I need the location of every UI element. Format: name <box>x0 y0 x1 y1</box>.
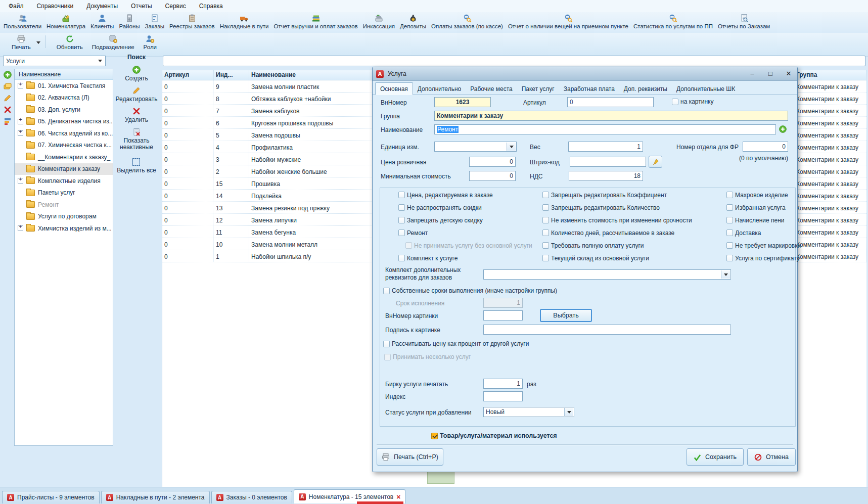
option-checkbox[interactable]: Избранная услуга <box>726 201 801 214</box>
chevron-down-icon[interactable] <box>96 57 104 65</box>
tree-item[interactable]: Химчистка изделий из м... <box>15 222 113 235</box>
tree-item[interactable]: Пакеты услуг <box>15 187 113 199</box>
create-button[interactable]: Создать <box>125 66 148 82</box>
option-checkbox[interactable]: Не изменять стоимость при изменении сроч… <box>542 214 692 226</box>
toolbar-button[interactable]: Пользователи <box>1 13 44 30</box>
menu-item[interactable]: Справочники <box>30 3 80 10</box>
barcode-generate-button[interactable] <box>649 156 662 168</box>
column-header-article[interactable]: Артикул <box>162 70 214 80</box>
print-button[interactable]: Печать (Ctrl+P) <box>377 448 443 466</box>
toolbar-button[interactable]: Реестры заказов <box>167 13 217 30</box>
option-checkbox[interactable]: Начисление пени <box>726 214 801 226</box>
toolbar-button[interactable]: Номенклатура <box>44 13 88 30</box>
dialog-tab[interactable]: Пакет услуг <box>517 83 559 95</box>
option-checkbox[interactable]: Не распространять скидки <box>398 201 532 214</box>
menu-item[interactable]: Сервис <box>159 3 193 10</box>
add-name-icon[interactable] <box>779 125 787 133</box>
tag-print-field[interactable]: 1 <box>483 379 523 389</box>
picture-number-field[interactable] <box>483 310 523 320</box>
show-inactive-button[interactable]: Показать неактивные <box>118 128 155 151</box>
tree-item[interactable]: Ремонт <box>15 199 113 211</box>
option-checkbox[interactable]: Комплект к услуге <box>398 252 532 264</box>
tree-item[interactable]: 01. Химчистка Текстиля <box>15 80 113 92</box>
toolbar-button[interactable]: Клиенты <box>88 13 116 30</box>
percent-price-checkbox[interactable]: Рассчитывать цену как процент от другой … <box>383 340 529 347</box>
option-checkbox[interactable]: Махровое изделие <box>726 189 801 201</box>
dialog-tab[interactable]: Заработная плата <box>559 83 619 95</box>
used-checkbox[interactable]: Товар/услуга/материал используется <box>431 432 557 439</box>
option-checkbox[interactable]: Ремонт <box>398 226 532 239</box>
name-field[interactable]: Ремонт <box>434 124 776 134</box>
picture-caption-field[interactable] <box>483 325 731 335</box>
chevron-down-icon[interactable] <box>721 270 730 279</box>
kit-select[interactable] <box>483 269 731 280</box>
toolbar-button[interactable]: Подразделение <box>87 34 139 50</box>
menu-item[interactable]: Файл <box>2 3 30 10</box>
edit-icon[interactable] <box>4 94 12 102</box>
tree-item[interactable]: Комментарии к заказу <box>15 163 113 175</box>
document-tab[interactable]: Прайс-листы - 9 элементов × <box>2 491 100 503</box>
expand-icon[interactable] <box>18 130 23 136</box>
index-field[interactable] <box>483 391 523 401</box>
article-field[interactable]: 0 <box>567 97 654 107</box>
own-terms-checkbox[interactable]: Собственные сроки выполнения (иначе наст… <box>383 287 557 294</box>
cancel-button[interactable]: Отмена <box>747 448 796 466</box>
toolbar-button[interactable]: Печать <box>7 34 35 50</box>
close-tab-icon[interactable]: × <box>396 494 400 500</box>
maximize-button[interactable]: □ <box>765 69 776 78</box>
fr-department-field[interactable]: 0 <box>743 142 788 152</box>
toolbar-button[interactable]: Роли <box>139 34 161 50</box>
document-tab[interactable]: Накладные в пути - 2 элемента × <box>101 491 210 503</box>
tree-item[interactable]: Комплектные изделия <box>15 175 113 187</box>
toolbar-button[interactable]: Отчет о наличии вещей на приемном пункте <box>506 13 631 30</box>
toolbar-button[interactable]: Районы <box>116 13 142 30</box>
option-checkbox[interactable]: Количество дней, рассчитываемое в заказе <box>542 226 692 239</box>
sort-icon[interactable] <box>4 117 12 125</box>
toolbar-button[interactable]: Депозиты <box>397 13 429 30</box>
vat-field[interactable]: 18 <box>569 171 643 181</box>
dialog-titlebar[interactable]: Услуга <box>373 67 797 81</box>
toolbar-button[interactable]: Отчет выручки и оплат заказов <box>271 13 360 30</box>
tree-item[interactable]: 02. Аквачистка (Л) <box>15 92 113 104</box>
barcode-field[interactable] <box>570 157 646 167</box>
expand-icon[interactable] <box>18 178 23 184</box>
toolbar-button[interactable]: Заказы <box>143 13 167 30</box>
save-button[interactable]: Сохранить <box>687 448 744 466</box>
dialog-tab[interactable]: Дополнительно <box>413 83 466 95</box>
menu-item[interactable]: Документы <box>80 3 124 10</box>
add-status-select[interactable]: Новый <box>483 407 574 417</box>
minimize-button[interactable]: – <box>747 69 758 78</box>
tree-item[interactable]: Услуги по договорам <box>15 211 113 223</box>
toolbar-button[interactable]: Накладные в пути <box>217 13 271 30</box>
option-checkbox[interactable]: Услуга по сертификату <box>726 252 801 264</box>
select-all-button[interactable]: Выделить все <box>117 158 156 174</box>
dialog-tab[interactable]: Доп. реквизиты <box>619 83 672 95</box>
tree-item[interactable]: __Комментарии к заказу_ <box>15 151 113 163</box>
toolbar-button[interactable]: Обновить <box>52 34 87 50</box>
toolbar-button[interactable]: Отчеты по Заказам <box>715 13 772 30</box>
option-checkbox[interactable]: Запрещать детскую скидку <box>398 214 532 226</box>
group-field[interactable]: Комментарии к заказу <box>434 111 788 121</box>
option-checkbox[interactable]: Запрещать редактировать Коэффициент <box>542 189 692 201</box>
option-checkbox[interactable]: Доставка <box>726 226 801 239</box>
tree-item[interactable]: 03. Доп. услуги <box>15 104 113 116</box>
option-checkbox[interactable]: Запрещать редактировать Количество <box>542 201 692 214</box>
tree-item[interactable]: 05. Деликатная чистка из... <box>15 116 113 128</box>
category-select[interactable]: Услуги <box>3 56 106 66</box>
add-group-icon[interactable] <box>4 71 12 79</box>
toolbar-button[interactable]: Статистика по услугам по ПП <box>631 13 715 30</box>
copy-group-icon[interactable] <box>4 82 12 90</box>
dropdown-caret-icon[interactable] <box>36 41 40 44</box>
edit-button[interactable]: Редактировать <box>116 86 158 103</box>
option-checkbox[interactable]: Цена, редактируемая в заказе <box>398 189 532 201</box>
document-tab[interactable]: Заказы - 0 элементов × <box>211 491 292 503</box>
option-checkbox[interactable]: Не требует маркировки <box>726 239 801 252</box>
expand-icon[interactable] <box>18 119 23 124</box>
menu-item[interactable]: Отчеты <box>124 3 158 10</box>
delete-icon[interactable] <box>4 106 12 114</box>
menu-item[interactable]: Справка <box>193 3 230 10</box>
dialog-tab[interactable]: Дополнительные ШК <box>672 83 740 95</box>
close-button[interactable]: ✕ <box>783 69 794 78</box>
toolbar-button[interactable]: Оплаты заказов (по кассе) <box>429 13 506 30</box>
horizontal-scrollbar-thumb[interactable] <box>427 472 454 484</box>
